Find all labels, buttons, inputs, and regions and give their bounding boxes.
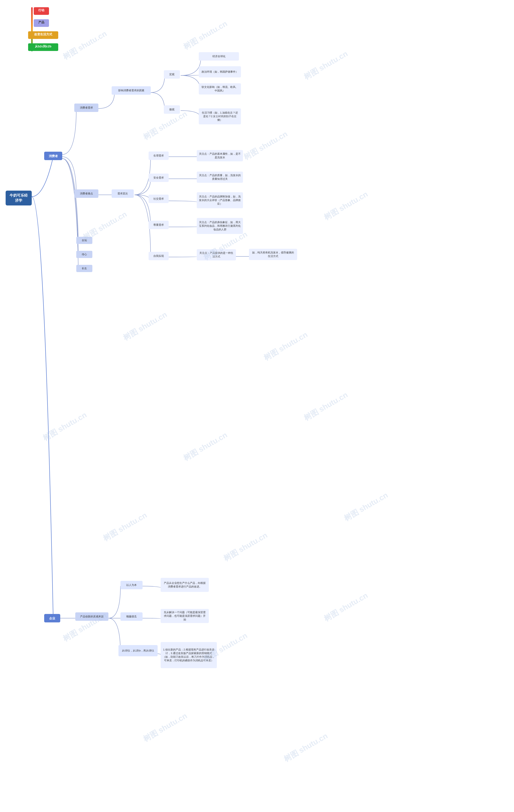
legend-action: 行动: [34, 7, 49, 15]
zero-to-one-node: 从0到1，从1到n，再从0到1: [118, 645, 158, 656]
watermark: 树图 shutu.cn: [222, 530, 269, 563]
watermark: 树图 shutu.cn: [141, 711, 189, 744]
social-node: 社交需求: [148, 195, 169, 203]
need-hierarchy-node: 需求层次: [112, 190, 134, 198]
watermark: 树图 shutu.cn: [41, 410, 89, 443]
physio-note-node: 关注点：产品的基本属性，如，是不是洗发水: [197, 150, 243, 161]
soft-culture-node: 软文化影响（如，韩流、欧风、中国风）: [199, 83, 241, 94]
zero-to-one-note-node: 1.创出新的产品；2.根据现有产品进行改良设计，3.通过改良版产品探索新的营销模…: [161, 642, 217, 668]
social-note-node: 关注点：产品的品牌附加值，如，洗发水的大众评价（产品形象、品牌效应）: [197, 192, 243, 208]
watermark: 树图 shutu.cn: [182, 19, 229, 52]
physiological-node: 生理需求: [148, 151, 169, 160]
life-habits-node: 生活习惯（如，1.油箱在左？还是右？2.女士衬衣的扣子在左侧）: [199, 108, 241, 124]
enterprise-node: 企业: [44, 614, 60, 622]
esteem-node: 尊重需求: [148, 221, 169, 229]
self-act-note-node: 关注点：产品提供的是一种生活方式: [197, 249, 236, 260]
watermark: 树图 shutu.cn: [262, 329, 309, 363]
esteem-note-node: 关注点：产品的身份象征，如，用大宝系列化妆品，和用雅诗兰黛系列化妆品的人群: [197, 218, 243, 234]
watermark: 树图 shutu.cn: [342, 490, 390, 523]
macro-node: 宏观: [164, 70, 180, 79]
consumer-needs-node: 消费者需求: [74, 104, 99, 112]
watermark: 树图 shutu.cn: [141, 109, 189, 142]
changsheng-node: 长生: [76, 265, 92, 272]
watermark-container: 树图 shutu.cn 树图 shutu.cn 树图 shutu.cn 树图 s…: [0, 0, 514, 812]
economic-globalization-node: 经济全球化: [199, 52, 239, 61]
watermark: 树图 shutu.cn: [182, 430, 229, 463]
legend-b2c: 从b2c到c2b: [28, 44, 58, 51]
self-actualization-node: 自我实现: [148, 252, 169, 260]
legend-lifestyle: 改变生活方式: [28, 31, 58, 39]
watermark: 树图 shutu.cn: [322, 189, 370, 223]
self-act-example-node: 如，纯天然有机洗发水，倡导健康的生活方式: [249, 249, 297, 260]
legend-product: 产品: [34, 19, 49, 27]
chuanxin-node: 传心: [76, 251, 92, 258]
people-first-node: 以人为本: [120, 581, 142, 589]
follow-melon-note-node: 先从解决一个问题（可能是最深层需求问题，也可能是浅层需求问题）开始: [161, 609, 209, 623]
watermark: 树图 shutu.cn: [61, 28, 109, 62]
consumer-pain-node: 消费者痛点: [74, 190, 99, 198]
follow-melon-node: 顺藤摸瓜: [120, 612, 142, 621]
political-env-node: 政治环境（如，韩国萨德事件）: [199, 66, 241, 78]
product-innovation-node: 产品创新的灵感来源: [75, 612, 108, 621]
root-node: 牛奶可乐经济学: [6, 191, 32, 205]
influence-factors-node: 影响消费者需求的因素: [112, 86, 151, 95]
watermark: 树图 shutu.cn: [302, 390, 350, 423]
safety-node: 安全需求: [148, 174, 169, 182]
connectors-svg: [0, 0, 514, 812]
safety-note-node: 关注点：产品的质量，如，洗发水的质量知否过关: [197, 172, 243, 183]
consumer-node: 消费者: [44, 152, 62, 160]
watermark: 树图 shutu.cn: [121, 310, 169, 343]
watermark: 树图 shutu.cn: [302, 49, 350, 82]
watermark: 树图 shutu.cn: [322, 590, 370, 624]
watermark: 树图 shutu.cn: [242, 129, 290, 162]
mind-map: 树图 shutu.cn 树图 shutu.cn 树图 shutu.cn 树图 s…: [0, 0, 514, 812]
watermark: 树图 shutu.cn: [282, 731, 330, 764]
people-first-note-node: 产品从企业想生产什么产品，向根据消费者需求进行产品的改进。: [161, 578, 209, 592]
micro-node: 微观: [164, 105, 180, 114]
quanzhi-node: 全知: [76, 237, 92, 244]
watermark: 树图 shutu.cn: [101, 510, 149, 544]
